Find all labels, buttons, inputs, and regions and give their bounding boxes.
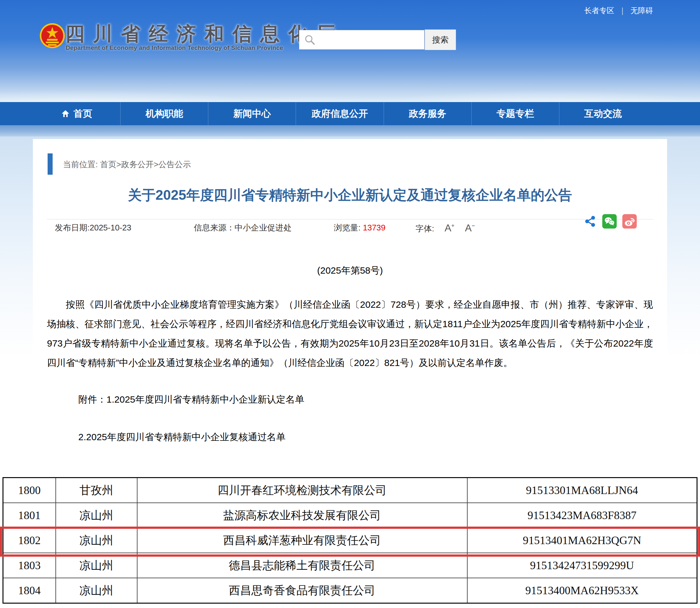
elder-zone-link[interactable]: 长者专区 bbox=[584, 6, 614, 16]
cell-company: 四川开春红环境检测技术有限公司 bbox=[137, 478, 467, 503]
header-banner: 长者专区 ｜ 无障碍 四川省经济和信息化厅 Department of Econ… bbox=[0, 0, 700, 102]
table-row: 1801 凉山州 盐源高标农业科技发展有限公司 91513423MA683F83… bbox=[3, 503, 697, 528]
cell-company: 德昌县志能稀土有限责任公司 bbox=[137, 553, 467, 578]
nav-item-topics[interactable]: 专题专栏 bbox=[472, 102, 559, 125]
home-icon bbox=[61, 110, 70, 118]
nav-label: 政务服务 bbox=[409, 108, 446, 120]
table-row: 1804 凉山州 西昌思奇香食品有限责任公司 91513400MA62H9533… bbox=[3, 578, 697, 603]
cell-code: 91513424731599299U bbox=[467, 553, 697, 578]
nav-bottom-strip bbox=[0, 125, 700, 136]
document-number: (2025年第58号) bbox=[33, 264, 667, 277]
font-increase-button[interactable]: A+ bbox=[444, 222, 455, 234]
topbar-separator: ｜ bbox=[619, 6, 626, 16]
cell-company: 西昌思奇香食品有限责任公司 bbox=[137, 578, 467, 603]
nav-item-news[interactable]: 新闻中心 bbox=[208, 102, 296, 125]
cell-region: 凉山州 bbox=[56, 503, 137, 528]
cell-region: 凉山州 bbox=[56, 528, 137, 553]
page-title: 关于2025年度四川省专精特新中小企业新认定及通过复核企业名单的公告 bbox=[33, 186, 667, 205]
search-button[interactable]: 搜索 bbox=[425, 30, 456, 50]
nav-label: 政府信息公开 bbox=[312, 108, 368, 120]
article-body: 按照《四川省优质中小企业梯度培育管理实施方案》（川经信企业函〔2022〕728号… bbox=[47, 295, 653, 373]
weibo-icon[interactable] bbox=[622, 214, 637, 229]
info-source-label: 信息来源： bbox=[194, 223, 235, 232]
nav-item-gov-info[interactable]: 政府信息公开 bbox=[296, 102, 383, 125]
article-card: 当前位置: 首页>政务公开>公告公示 关于2025年度四川省专精特新中小企业新认… bbox=[33, 139, 667, 475]
publish-date: 发布日期:2025-10-23 bbox=[55, 222, 131, 233]
publish-date-label: 发布日期: bbox=[55, 223, 90, 232]
font-decrease-button[interactable]: A− bbox=[465, 222, 475, 234]
site-subtitle: Department of Economy and Information Te… bbox=[66, 44, 283, 51]
table-row: 1800 甘孜州 四川开春红环境检测技术有限公司 91513301MA68LLJ… bbox=[3, 478, 697, 503]
nav-item-functions[interactable]: 机构职能 bbox=[120, 102, 208, 125]
table-row-highlighted: 1802 凉山州 西昌科威洋葱种业有限责任公司 91513401MA62H3QG… bbox=[3, 528, 697, 553]
attachment-link-2[interactable]: 2.2025年度四川省专精特新中小企业复核通过名单 bbox=[78, 432, 285, 442]
cell-region: 甘孜州 bbox=[56, 478, 137, 503]
nav-label: 专题专栏 bbox=[496, 108, 534, 120]
view-count-value: 13739 bbox=[363, 223, 385, 232]
cell-region: 凉山州 bbox=[56, 553, 137, 578]
nav-label: 新闻中心 bbox=[233, 108, 271, 120]
info-source-value: 中小企业促进处 bbox=[235, 223, 292, 232]
main-nav: 首页 机构职能 新闻中心 政府信息公开 政务服务 专题专栏 互动交流 bbox=[0, 102, 700, 125]
title-divider bbox=[47, 219, 653, 220]
cell-region: 凉山州 bbox=[56, 578, 137, 603]
cell-code: 91513301MA68LLJN64 bbox=[467, 478, 697, 503]
view-count-label: 浏览量: bbox=[334, 223, 361, 232]
cell-no: 1800 bbox=[3, 478, 56, 503]
table-row: 1803 凉山州 德昌县志能稀土有限责任公司 91513424731599299… bbox=[3, 553, 697, 578]
breadcrumb: 当前位置: 首页>政务公开>公告公示 bbox=[63, 159, 191, 170]
attachment-link-1[interactable]: 1.2025年度四川省专精特新中小企业新认定名单 bbox=[107, 394, 305, 404]
share-toolbar bbox=[584, 214, 637, 229]
nav-item-home[interactable]: 首页 bbox=[33, 102, 120, 125]
cell-code: 91513423MA683F8387 bbox=[467, 503, 697, 528]
cell-code: 91513401MA62H3QG7N bbox=[467, 528, 697, 553]
breadcrumb-trail[interactable]: 首页>政务公开>公告公示 bbox=[100, 160, 191, 169]
font-size-label: 字体: bbox=[416, 224, 434, 233]
nav-label: 机构职能 bbox=[146, 108, 183, 120]
view-count: 浏览量: 13739 bbox=[334, 222, 386, 233]
attachments-label: 附件： bbox=[78, 394, 107, 404]
cell-company: 西昌科威洋葱种业有限责任公司 bbox=[137, 528, 467, 553]
share-icon[interactable] bbox=[584, 215, 597, 228]
cell-no: 1802 bbox=[3, 528, 56, 553]
wechat-icon[interactable] bbox=[602, 214, 617, 229]
info-source: 信息来源：中小企业促进处 bbox=[194, 222, 292, 233]
font-size-controls: 字体: A+ A− bbox=[416, 222, 475, 234]
search-input[interactable] bbox=[299, 30, 424, 50]
cell-no: 1803 bbox=[3, 553, 56, 578]
national-emblem-icon bbox=[39, 21, 65, 50]
nav-item-services[interactable]: 政务服务 bbox=[384, 102, 472, 125]
attachment-line-1: 附件：1.2025年度四川省专精特新中小企业新认定名单 bbox=[78, 393, 305, 406]
enterprise-table: 1800 甘孜州 四川开春红环境检测技术有限公司 91513301MA68LLJ… bbox=[2, 477, 698, 604]
cell-no: 1804 bbox=[3, 578, 56, 603]
publish-date-value: 2025-10-23 bbox=[90, 223, 131, 232]
main-nav-items: 首页 机构职能 新闻中心 政府信息公开 政务服务 专题专栏 互动交流 bbox=[33, 102, 647, 125]
breadcrumb-prefix: 当前位置: bbox=[63, 160, 98, 169]
cell-code: 91513400MA62H9533X bbox=[467, 578, 697, 603]
cell-no: 1801 bbox=[3, 503, 56, 528]
nav-label: 首页 bbox=[74, 108, 92, 120]
nav-item-interaction[interactable]: 互动交流 bbox=[559, 102, 647, 125]
attachment-line-2: 2.2025年度四川省专精特新中小企业复核通过名单 bbox=[78, 431, 285, 444]
page: 长者专区 ｜ 无障碍 四川省经济和信息化厅 Department of Econ… bbox=[0, 0, 700, 608]
breadcrumb-accent-bar bbox=[48, 153, 53, 175]
accessibility-link[interactable]: 无障碍 bbox=[630, 6, 653, 16]
nav-label: 互动交流 bbox=[584, 108, 622, 120]
topbar-links: 长者专区 ｜ 无障碍 bbox=[584, 6, 653, 16]
cell-company: 盐源高标农业科技发展有限公司 bbox=[137, 503, 467, 528]
